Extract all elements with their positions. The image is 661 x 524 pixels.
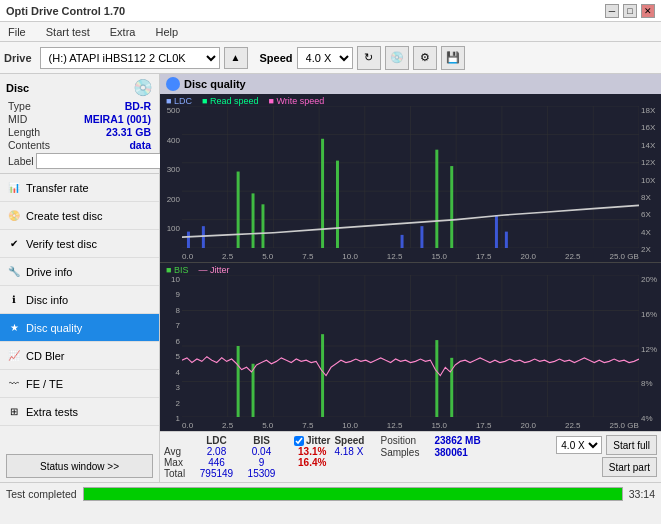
svg-rect-16 xyxy=(187,232,190,248)
disc-label-input[interactable] xyxy=(36,153,165,169)
legend-read-speed: ■ Read speed xyxy=(202,96,258,106)
jitter-checkbox[interactable] xyxy=(294,436,304,446)
samples-value: 380061 xyxy=(434,447,467,458)
disc-contents-value: data xyxy=(129,139,151,151)
create-test-disc-icon: 📀 xyxy=(6,208,22,224)
disc-label-row: Label ⚙ xyxy=(6,153,153,169)
disc-length-label: Length xyxy=(8,126,40,138)
disc-contents-label: Contents xyxy=(8,139,50,151)
drive-select[interactable]: (H:) ATAPI iHBS112 2 CL0K xyxy=(40,47,220,69)
disc-quality-header: Disc quality xyxy=(160,74,661,94)
jitter-max: 16.4% xyxy=(294,457,330,468)
transfer-rate-label: Transfer rate xyxy=(26,182,89,194)
top-chart xyxy=(182,106,639,248)
disc-contents-row: Contents data xyxy=(6,139,153,151)
sidebar-item-cd-bler[interactable]: 📈 CD Bler xyxy=(0,342,159,370)
bis-total: 15309 xyxy=(239,468,284,479)
svg-rect-28 xyxy=(505,232,508,248)
sidebar-item-drive-info[interactable]: 🔧 Drive info xyxy=(0,258,159,286)
speed-select-row: 4.0 X Start full xyxy=(556,435,657,455)
refresh-button[interactable]: ↻ xyxy=(357,46,381,70)
svg-rect-26 xyxy=(450,166,453,248)
app-title: Opti Drive Control 1.70 xyxy=(6,5,125,17)
menu-file[interactable]: File xyxy=(4,25,30,39)
sidebar-item-extra-tests[interactable]: ⊞ Extra tests xyxy=(0,398,159,426)
bottom-chart xyxy=(182,275,639,417)
start-part-button[interactable]: Start part xyxy=(602,457,657,477)
stats-area: LDC BIS Jitter Speed Avg 2.08 0.04 xyxy=(160,431,661,482)
toolbar: Drive (H:) ATAPI iHBS112 2 CL0K ▲ Speed … xyxy=(0,42,661,74)
svg-rect-18 xyxy=(237,172,240,248)
ldc-max: 446 xyxy=(194,457,239,468)
disc-length-row: Length 23.31 GB xyxy=(6,126,153,138)
sidebar-item-transfer-rate[interactable]: 📊 Transfer rate xyxy=(0,174,159,202)
legend-ldc: ■ LDC xyxy=(166,96,192,106)
disc-length-value: 23.31 GB xyxy=(106,126,151,138)
svg-rect-25 xyxy=(435,150,438,248)
menu-help[interactable]: Help xyxy=(151,25,182,39)
disc-header: Disc 💿 xyxy=(6,78,153,97)
speed-select-stats[interactable]: 4.0 X xyxy=(556,436,602,454)
position-label: Position xyxy=(380,435,430,446)
ldc-total: 795149 xyxy=(194,468,239,479)
disc-label-label: Label xyxy=(8,155,34,167)
sidebar-item-disc-info[interactable]: ℹ Disc info xyxy=(0,286,159,314)
samples-label: Samples xyxy=(380,447,430,458)
menu-extra[interactable]: Extra xyxy=(106,25,140,39)
fe-te-label: FE / TE xyxy=(26,378,63,390)
right-stats: Position 23862 MB Samples 380061 xyxy=(380,435,480,458)
menu-start-test[interactable]: Start test xyxy=(42,25,94,39)
max-label: Max xyxy=(164,457,194,468)
disc-quality-label: Disc quality xyxy=(26,322,82,334)
disc-mid-label: MID xyxy=(8,113,27,125)
disc-info-icon: ℹ xyxy=(6,292,22,308)
create-test-disc-label: Create test disc xyxy=(26,210,102,222)
total-label: Total xyxy=(164,468,194,479)
extra-tests-label: Extra tests xyxy=(26,406,78,418)
speed-avg: 4.18 X xyxy=(330,446,364,457)
settings-button[interactable]: ⚙ xyxy=(413,46,437,70)
verify-test-disc-icon: ✔ xyxy=(6,236,22,252)
legend-jitter: — Jitter xyxy=(198,265,229,275)
progress-fill xyxy=(84,488,622,500)
disc-info-label: Disc info xyxy=(26,294,68,306)
disc-icon: 💿 xyxy=(133,78,153,97)
svg-rect-19 xyxy=(252,193,255,248)
maximize-button[interactable]: □ xyxy=(623,4,637,18)
menu-bar: File Start test Extra Help xyxy=(0,22,661,42)
bottom-bar: Test completed 33:14 xyxy=(0,482,661,504)
status-window-button[interactable]: Status window >> xyxy=(6,454,153,478)
minimize-button[interactable]: ─ xyxy=(605,4,619,18)
window-controls: ─ □ ✕ xyxy=(605,4,655,18)
svg-rect-21 xyxy=(321,139,324,248)
drive-label: Drive xyxy=(4,52,32,64)
start-full-button[interactable]: Start full xyxy=(606,435,657,455)
svg-rect-20 xyxy=(261,204,264,248)
disc-quality-icon: ★ xyxy=(6,320,22,336)
sidebar-item-fe-te[interactable]: 〰 FE / TE xyxy=(0,370,159,398)
svg-rect-27 xyxy=(495,215,498,248)
elapsed-time: 33:14 xyxy=(629,488,655,500)
jitter-avg: 13.1% xyxy=(294,446,330,457)
speed-label: Speed xyxy=(260,52,293,64)
close-button[interactable]: ✕ xyxy=(641,4,655,18)
sidebar-item-disc-quality[interactable]: ★ Disc quality xyxy=(0,314,159,342)
disc-icon-button[interactable]: 💿 xyxy=(385,46,409,70)
avg-label: Avg xyxy=(164,446,194,457)
speed-select[interactable]: 4.0 X xyxy=(297,47,353,69)
transfer-rate-icon: 📊 xyxy=(6,180,22,196)
position-value: 23862 MB xyxy=(434,435,480,446)
svg-rect-17 xyxy=(202,226,205,248)
svg-rect-24 xyxy=(420,226,423,248)
svg-rect-48 xyxy=(450,358,453,417)
fe-te-icon: 〰 xyxy=(6,376,22,392)
save-button[interactable]: 💾 xyxy=(441,46,465,70)
bis-avg: 0.04 xyxy=(239,446,284,457)
eject-button[interactable]: ▲ xyxy=(224,47,248,69)
sidebar-item-verify-test-disc[interactable]: ✔ Verify test disc xyxy=(0,230,159,258)
sidebar-item-create-test-disc[interactable]: 📀 Create test disc xyxy=(0,202,159,230)
position-row: Position 23862 MB xyxy=(380,435,480,446)
bis-max: 9 xyxy=(239,457,284,468)
ldc-avg: 2.08 xyxy=(194,446,239,457)
disc-mid-row: MID MEIRA1 (001) xyxy=(6,113,153,125)
